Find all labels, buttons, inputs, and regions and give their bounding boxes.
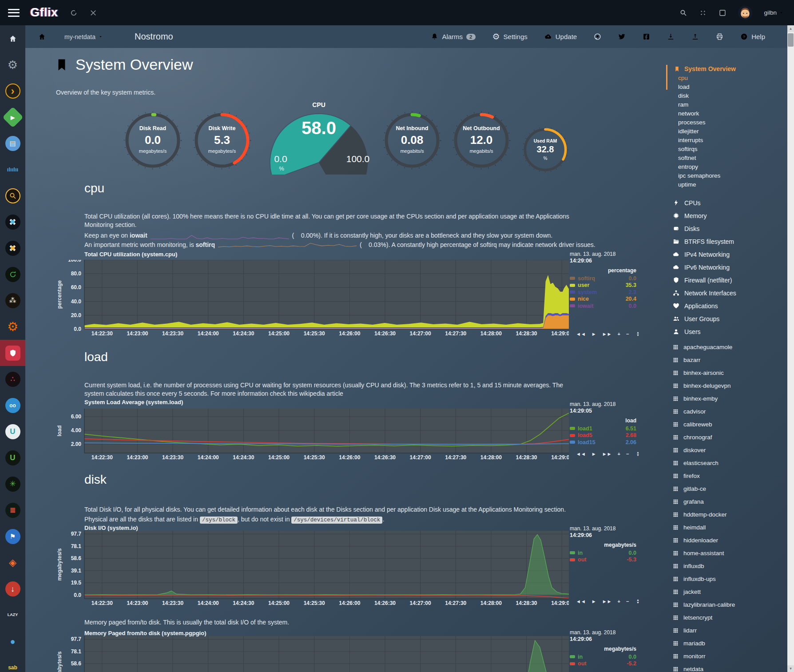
user-menu[interactable]: gilbn xyxy=(764,9,783,16)
sidebar-app-item[interactable]: mariadb xyxy=(666,637,782,650)
rewind-icon[interactable]: ◄◄ xyxy=(576,331,586,337)
gauge[interactable]: Disk Write 5.3 megabytes/s xyxy=(193,111,251,170)
sidebar-section-item[interactable]: IPv6 Networking xyxy=(666,261,782,274)
sidebar-app-item[interactable]: cadvisor xyxy=(666,405,782,418)
load-chart[interactable]: 14:22:3014:23:0014:23:3014:24:0014:24:30… xyxy=(64,409,569,461)
app-rail-item[interactable]: oo xyxy=(0,392,25,418)
sidebar-app-item[interactable]: binhex-emby xyxy=(666,392,782,405)
gauge[interactable]: Net Outbound 12.0 megabits/s xyxy=(452,111,511,170)
sidebar-section-item[interactable]: Memory xyxy=(666,209,782,222)
sidebar-app-item[interactable]: binhex-airsonic xyxy=(666,366,782,379)
twitter-icon[interactable] xyxy=(618,33,626,40)
sidebar-app-item[interactable]: chronograf xyxy=(666,431,782,444)
app-rail-item[interactable] xyxy=(0,183,25,209)
sidebar-subitem[interactable]: idlejitter xyxy=(666,127,782,136)
zoom-in-icon[interactable]: + xyxy=(617,451,620,457)
legend-item[interactable]: in 0.0 xyxy=(570,549,636,557)
sidebar-section-system-overview[interactable]: System Overview xyxy=(666,64,782,74)
search-icon[interactable] xyxy=(679,9,687,17)
app-rail-item[interactable]: ⚑ xyxy=(0,523,25,549)
sidebar-app-item[interactable]: influxdb-ups xyxy=(666,573,782,585)
resize-handle-icon[interactable]: ▲▼ xyxy=(636,451,639,457)
cpu-gauge[interactable]: CPU 58.0 0.0 100.0 % xyxy=(263,101,375,177)
sidebar-subitem[interactable]: disk xyxy=(666,91,782,100)
fastforward-icon[interactable]: ►► xyxy=(602,331,612,337)
app-rail-item[interactable]: ılıılıı xyxy=(0,156,25,183)
sidebar-app-item[interactable]: lazylibrarian-calibre xyxy=(666,598,782,611)
page-scrollbar[interactable]: ▲ ▼ xyxy=(787,25,794,672)
sidebar-app-item[interactable]: jackett xyxy=(666,585,782,598)
rewind-icon[interactable]: ◄◄ xyxy=(576,599,586,604)
sidebar-section-item[interactable]: CPUs xyxy=(666,196,782,209)
legend-item[interactable]: load15 2.06 xyxy=(570,439,636,446)
scroll-down-icon[interactable]: ▼ xyxy=(787,665,794,672)
sidebar-app-item[interactable]: diskover xyxy=(666,444,782,457)
sidebar-app-item[interactable]: netdata xyxy=(666,663,782,672)
app-rail-item[interactable]: ✖ xyxy=(0,235,25,261)
sidebar-app-item[interactable]: gitlab-ce xyxy=(666,482,782,495)
zoom-out-icon[interactable]: − xyxy=(626,451,629,457)
sidebar-subitem[interactable]: entropy xyxy=(666,163,782,171)
sidebar-app-item[interactable]: letsencrypt xyxy=(666,611,782,624)
app-rail-item[interactable]: sab xyxy=(0,654,25,672)
sidebar-section-item[interactable]: Applications xyxy=(666,299,782,312)
app-rail-item[interactable]: ✳ xyxy=(0,471,25,497)
legend-item[interactable]: out -5.2 xyxy=(570,660,636,668)
app-rail-item[interactable]: U xyxy=(0,418,25,445)
sidebar-app-item[interactable]: calibreweb xyxy=(666,418,782,431)
legend-item[interactable]: user 35.3 xyxy=(570,282,636,289)
fastforward-icon[interactable]: ►► xyxy=(602,599,612,604)
sidebar-subitem[interactable]: softirqs xyxy=(666,145,782,154)
sidebar-app-item[interactable]: heimdall xyxy=(666,521,782,534)
app-rail-item[interactable] xyxy=(0,261,25,287)
play-icon[interactable]: ► xyxy=(592,331,596,337)
sidebar-app-item[interactable]: home-assistant xyxy=(666,547,782,560)
legend-item[interactable]: in 0.0 xyxy=(570,653,636,660)
sidebar-subitem[interactable]: interrupts xyxy=(666,136,782,145)
gauge[interactable]: Net Inbound 0.08 megabits/s xyxy=(383,111,441,170)
close-tab-icon[interactable] xyxy=(89,9,97,17)
sidebar-app-item[interactable]: monitorr xyxy=(666,650,782,663)
pgpgio-chart[interactable]: 14:22:3014:23:0014:23:3014:24:0014:24:30… xyxy=(64,636,569,672)
gauge[interactable]: Used RAM 32.8 % xyxy=(522,127,568,173)
sidebar-subitem[interactable]: processes xyxy=(666,118,782,127)
rewind-icon[interactable]: ◄◄ xyxy=(576,451,586,457)
app-rail-item[interactable]: ⚙ xyxy=(0,52,25,78)
scrollbar-thumb[interactable] xyxy=(788,33,794,47)
legend-item[interactable]: nice 20.4 xyxy=(570,296,636,303)
app-rail-item[interactable]: › xyxy=(0,78,25,104)
alarms-button[interactable]: Alarms 2 xyxy=(431,33,475,40)
sidebar-section-item[interactable]: Firewall (netfilter) xyxy=(666,274,782,286)
app-rail-item[interactable] xyxy=(0,25,25,52)
sidebar-section-item[interactable]: Users xyxy=(666,325,782,338)
settings-button[interactable]: ⚙ Settings xyxy=(492,33,528,40)
sidebar-app-item[interactable]: bazarr xyxy=(666,354,782,366)
app-rail-item[interactable]: ◈ xyxy=(0,549,25,576)
update-button[interactable]: Update xyxy=(544,33,577,40)
print-icon[interactable] xyxy=(716,33,723,40)
play-icon[interactable]: ► xyxy=(592,599,596,604)
legend-item[interactable]: out -5.3 xyxy=(570,557,636,564)
app-rail-item[interactable]: ≣ xyxy=(0,497,25,523)
sidebar-subitem[interactable]: ram xyxy=(666,100,782,109)
sidebar-app-item[interactable]: hiddenloader xyxy=(666,534,782,547)
netdata-home-icon[interactable] xyxy=(38,33,46,40)
app-rail-item[interactable]: ⁂ xyxy=(0,287,25,314)
zoom-in-icon[interactable]: + xyxy=(617,331,620,337)
export-snapshot-icon[interactable] xyxy=(667,33,675,40)
help-button[interactable]: Help xyxy=(740,33,765,40)
app-rail-item[interactable]: U xyxy=(0,445,25,471)
sidebar-subitem[interactable]: load xyxy=(666,83,782,91)
app-rail-item[interactable]: ▤ xyxy=(0,130,25,156)
iowait-sparkline[interactable] xyxy=(151,233,289,239)
sidebar-app-item[interactable]: hddtemp-docker xyxy=(666,508,782,521)
fullscreen-icon[interactable] xyxy=(699,9,707,17)
app-rail-item[interactable]: ● xyxy=(0,628,25,654)
app-rail-item[interactable]: ⚙ xyxy=(0,314,25,340)
softirq-sparkline[interactable] xyxy=(218,242,357,249)
sidebar-app-item[interactable]: grafana xyxy=(666,495,782,508)
sidebar-app-item[interactable]: binhex-delugevpn xyxy=(666,379,782,392)
legend-item[interactable]: system 2.3 xyxy=(570,289,636,296)
app-rail-item[interactable]: ∴ xyxy=(0,366,25,392)
fastforward-icon[interactable]: ►► xyxy=(602,451,612,457)
